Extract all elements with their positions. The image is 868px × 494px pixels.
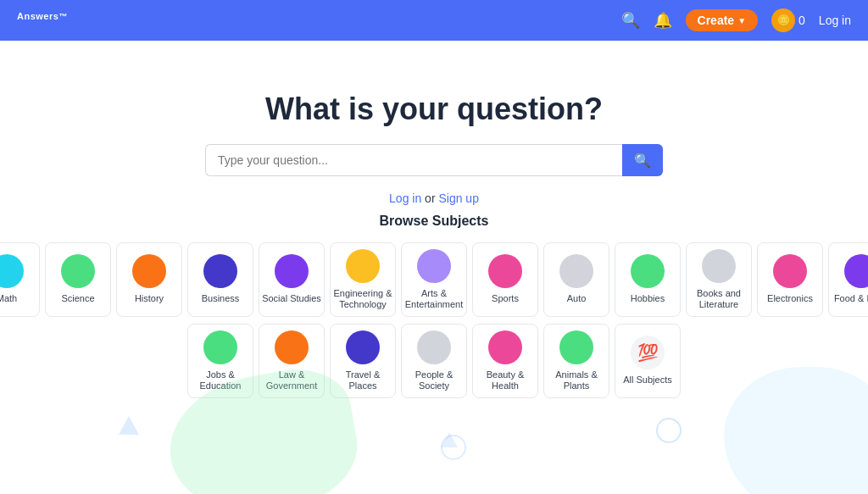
subject-icon-animals bbox=[559, 330, 593, 364]
signup-link[interactable]: Sign up bbox=[438, 191, 478, 205]
subject-icon-business bbox=[203, 254, 237, 288]
subject-card-business[interactable]: Business bbox=[187, 242, 253, 317]
coins-icon[interactable]: 🪙 bbox=[771, 8, 795, 32]
subject-card-math[interactable]: Math bbox=[0, 242, 40, 317]
subject-icon-beauty bbox=[488, 330, 522, 364]
main-content: What is your question? 🔍 Log in or Sign … bbox=[0, 41, 868, 494]
page-title: What is your question? bbox=[265, 92, 603, 127]
deco-circle-1 bbox=[656, 418, 682, 443]
subject-card-sports[interactable]: Sports bbox=[472, 242, 538, 317]
subject-icon-engineering bbox=[346, 249, 380, 283]
subject-card-books[interactable]: Books and Literature bbox=[686, 242, 752, 317]
login-link-main[interactable]: Log in bbox=[389, 191, 421, 205]
login-link[interactable]: Log in bbox=[819, 14, 851, 27]
subject-card-hobbies[interactable]: Hobbies bbox=[615, 242, 681, 317]
subject-icon-travel bbox=[346, 330, 380, 364]
subject-icon-science bbox=[61, 254, 95, 288]
subject-card-arts[interactable]: Arts & Entertainment bbox=[401, 242, 467, 317]
subject-card-social-studies[interactable]: Social Studies bbox=[259, 242, 325, 317]
subject-label-science: Science bbox=[61, 293, 94, 304]
subject-icon-all: 💯 bbox=[631, 336, 665, 369]
subject-card-beauty[interactable]: Beauty & Health bbox=[472, 324, 538, 398]
notification-icon[interactable]: 🔔 bbox=[654, 11, 672, 30]
subject-card-engineering[interactable]: Engineering & Technology bbox=[330, 242, 396, 317]
subject-icon-history bbox=[132, 254, 166, 288]
subject-label-people: People & Society bbox=[402, 369, 466, 391]
subject-label-history: History bbox=[135, 293, 164, 304]
subject-icon-social-studies bbox=[275, 254, 309, 288]
subject-label-law: Law & Government bbox=[259, 369, 324, 391]
subject-label-travel: Travel & Places bbox=[331, 369, 395, 391]
subject-label-books: Books and Literature bbox=[687, 288, 751, 310]
auth-links: Log in or Sign up bbox=[389, 191, 479, 205]
search-bar: 🔍 bbox=[205, 144, 663, 176]
coins-count: 0 bbox=[798, 14, 805, 27]
subject-icon-books bbox=[702, 249, 736, 283]
subject-icon-auto bbox=[559, 254, 593, 288]
subject-label-electronics: Electronics bbox=[767, 293, 813, 304]
subject-label-business: Business bbox=[202, 293, 240, 304]
subject-icon-law bbox=[275, 330, 309, 364]
deco-triangle-2 bbox=[441, 432, 458, 447]
subject-card-all[interactable]: 💯All Subjects bbox=[615, 324, 681, 398]
subject-label-auto: Auto bbox=[567, 293, 587, 304]
subject-card-food[interactable]: Food & Drink bbox=[828, 242, 868, 317]
subjects-grid: MathScienceHistoryBusinessSocial Studies… bbox=[17, 242, 851, 398]
subject-card-science[interactable]: Science bbox=[45, 242, 111, 317]
subject-icon-people bbox=[417, 330, 451, 364]
create-button[interactable]: Create ▼ bbox=[686, 9, 759, 31]
subject-label-hobbies: Hobbies bbox=[631, 293, 665, 304]
subject-label-all: All Subjects bbox=[623, 375, 671, 386]
subjects-row-2: Jobs & EducationLaw & GovernmentTravel &… bbox=[187, 324, 681, 398]
subject-label-math: Math bbox=[0, 293, 17, 304]
navbar-actions: 🔍 🔔 Create ▼ 🪙 0 Log in bbox=[621, 8, 851, 32]
subject-icon-hobbies bbox=[631, 254, 665, 288]
subject-icon-electronics bbox=[773, 254, 807, 288]
subject-label-jobs: Jobs & Education bbox=[188, 369, 253, 391]
subject-label-animals: Animals & Plants bbox=[544, 369, 609, 391]
subject-label-sports: Sports bbox=[492, 293, 519, 304]
chevron-down-icon: ▼ bbox=[737, 16, 746, 25]
subject-card-electronics[interactable]: Electronics bbox=[757, 242, 823, 317]
subjects-row-1: MathScienceHistoryBusinessSocial Studies… bbox=[0, 242, 868, 317]
subject-card-people[interactable]: People & Society bbox=[401, 324, 467, 398]
subject-icon-math bbox=[0, 254, 24, 288]
subject-card-jobs[interactable]: Jobs & Education bbox=[187, 324, 253, 398]
deco-triangle-1 bbox=[119, 416, 139, 435]
subject-card-history[interactable]: History bbox=[116, 242, 182, 317]
subject-label-social-studies: Social Studies bbox=[262, 293, 321, 304]
subject-card-animals[interactable]: Animals & Plants bbox=[543, 324, 609, 398]
coins-area: 🪙 0 bbox=[771, 8, 805, 32]
subject-card-travel[interactable]: Travel & Places bbox=[330, 324, 396, 398]
search-input[interactable] bbox=[205, 144, 622, 176]
subject-icon-arts bbox=[417, 249, 451, 283]
search-button[interactable]: 🔍 bbox=[622, 144, 663, 176]
subject-icon-jobs bbox=[203, 330, 237, 364]
subject-icon-food bbox=[844, 254, 868, 288]
browse-label: Browse Subjects bbox=[380, 214, 489, 229]
logo: Answers™ bbox=[17, 9, 621, 31]
subject-label-food: Food & Drink bbox=[834, 293, 868, 304]
subject-card-law[interactable]: Law & Government bbox=[259, 324, 325, 398]
subject-card-auto[interactable]: Auto bbox=[543, 242, 609, 317]
search-icon[interactable]: 🔍 bbox=[621, 11, 640, 30]
subject-label-arts: Arts & Entertainment bbox=[402, 288, 466, 310]
subject-label-beauty: Beauty & Health bbox=[473, 369, 537, 391]
navbar: Answers™ 🔍 🔔 Create ▼ 🪙 0 Log in bbox=[0, 0, 868, 41]
subject-label-engineering: Engineering & Technology bbox=[331, 288, 395, 310]
subject-icon-sports bbox=[488, 254, 522, 288]
